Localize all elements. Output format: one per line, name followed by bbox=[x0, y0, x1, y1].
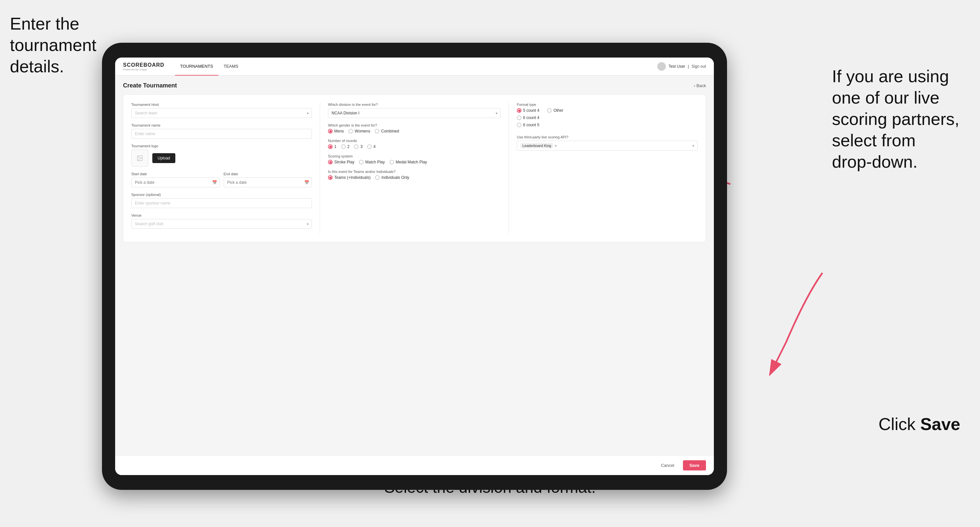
name-group: Tournament name bbox=[131, 123, 312, 139]
gender-womens[interactable]: Womens bbox=[348, 129, 370, 133]
start-date-input[interactable] bbox=[131, 178, 220, 187]
individuals-only-radio[interactable] bbox=[375, 175, 380, 180]
format-5count4-radio[interactable] bbox=[517, 108, 522, 113]
individuals-only[interactable]: Individuals Only bbox=[375, 175, 409, 180]
format-other-radio[interactable] bbox=[547, 108, 552, 113]
end-date-input[interactable] bbox=[224, 178, 312, 187]
annotation-br-prefix: Click bbox=[878, 414, 920, 433]
rounds-4[interactable]: 4 bbox=[367, 144, 376, 149]
gender-group: Which gender is the event for? Mens Wome… bbox=[328, 123, 501, 133]
rounds-2-radio[interactable] bbox=[341, 144, 346, 149]
live-scoring-select[interactable]: Leaderboard King ✕ ▾ bbox=[517, 141, 698, 151]
division-label: Which division is the event for? bbox=[328, 103, 501, 106]
page-header: Create Tournament ‹ Back bbox=[123, 82, 706, 89]
scoring-medal-match[interactable]: Medal Match Play bbox=[390, 160, 427, 164]
main-content: Create Tournament ‹ Back Tournament Host… bbox=[115, 76, 714, 456]
back-link[interactable]: ‹ Back bbox=[694, 83, 706, 88]
form-col-3: Format type 5 count 4 Other bbox=[509, 103, 698, 234]
signout-link[interactable]: Sign out bbox=[692, 64, 706, 69]
scoring-stroke-radio[interactable] bbox=[328, 160, 332, 164]
nav-item-tournaments[interactable]: TOURNAMENTS bbox=[175, 57, 218, 76]
format-6count5-radio[interactable] bbox=[517, 123, 522, 127]
teams-plus-radio[interactable] bbox=[328, 175, 332, 180]
live-scoring-chevron-icon: ▾ bbox=[692, 144, 694, 148]
rounds-3-radio[interactable] bbox=[354, 144, 359, 149]
gender-combined-label: Combined bbox=[381, 129, 399, 133]
navbar-logo-main: SCOREBOARD bbox=[123, 62, 164, 68]
save-button[interactable]: Save bbox=[683, 460, 706, 470]
tablet-device: SCOREBOARD Powered by Clippi TOURNAMENTS… bbox=[102, 43, 727, 490]
gender-womens-radio[interactable] bbox=[348, 129, 353, 133]
venue-group: Venue ▾ bbox=[131, 213, 312, 229]
sponsor-input[interactable] bbox=[131, 198, 312, 208]
user-name: Test User bbox=[668, 64, 685, 69]
dates-group: Start date 📅 End date bbox=[131, 172, 312, 187]
nav-item-teams[interactable]: TEAMS bbox=[218, 57, 244, 76]
end-date-wrapper: 📅 bbox=[224, 178, 312, 187]
logo-label: Tournament logo bbox=[131, 144, 312, 148]
form-grid: Tournament Host ▾ Tournament name Tourna bbox=[131, 103, 698, 234]
gender-mens[interactable]: Mens bbox=[328, 129, 344, 133]
name-label: Tournament name bbox=[131, 123, 312, 127]
rounds-1[interactable]: 1 bbox=[328, 144, 337, 149]
logo-placeholder bbox=[131, 149, 148, 167]
rounds-4-label: 4 bbox=[373, 144, 376, 149]
format-5count4[interactable]: 5 count 4 bbox=[517, 108, 539, 113]
sponsor-label: Sponsor (optional) bbox=[131, 193, 312, 197]
start-label: Start date bbox=[131, 172, 220, 176]
scoring-match-radio[interactable] bbox=[359, 160, 364, 164]
rounds-4-radio[interactable] bbox=[367, 144, 372, 149]
rounds-2[interactable]: 2 bbox=[341, 144, 350, 149]
scoring-match[interactable]: Match Play bbox=[359, 160, 385, 164]
teams-radio-group: Teams (+Individuals) Individuals Only bbox=[328, 175, 501, 180]
annotation-top-left: Enter the tournament details. bbox=[10, 13, 96, 77]
gender-womens-label: Womens bbox=[355, 129, 370, 133]
start-date-wrapper: 📅 bbox=[131, 178, 220, 187]
end-label: End date bbox=[224, 172, 312, 176]
annotation-bottom-right: Click Save bbox=[878, 414, 960, 435]
host-select-wrapper: ▾ bbox=[131, 108, 312, 118]
form-col-1: Tournament Host ▾ Tournament name Tourna bbox=[131, 103, 320, 234]
venue-select-wrapper: ▾ bbox=[131, 219, 312, 229]
scoring-medal-match-label: Medal Match Play bbox=[396, 160, 427, 164]
scoring-label: Scoring system bbox=[328, 154, 501, 158]
division-select[interactable]: NCAA Division I bbox=[328, 108, 501, 118]
cancel-button[interactable]: Cancel bbox=[655, 460, 679, 470]
format-6count4[interactable]: 6 count 4 bbox=[517, 115, 698, 120]
scoring-medal-match-radio[interactable] bbox=[390, 160, 394, 164]
live-scoring-clear-icon[interactable]: ✕ bbox=[554, 144, 557, 148]
format-row-1: 5 count 4 Other bbox=[517, 108, 698, 113]
scoring-radio-group: Stroke Play Match Play Medal Match Play bbox=[328, 160, 501, 164]
host-input[interactable] bbox=[131, 108, 312, 118]
rounds-label: Number of rounds bbox=[328, 139, 501, 143]
rounds-3[interactable]: 3 bbox=[354, 144, 363, 149]
gender-combined-radio[interactable] bbox=[375, 129, 379, 133]
format-6count5[interactable]: 6 count 5 bbox=[517, 123, 698, 127]
scoring-group: Scoring system Stroke Play Match Play bbox=[328, 154, 501, 164]
format-other[interactable]: Other bbox=[547, 108, 563, 113]
logo-group: Tournament logo Upload bbox=[131, 144, 312, 167]
scoring-stroke-label: Stroke Play bbox=[334, 160, 354, 164]
live-scoring-label: Use third-party live scoring API? bbox=[517, 135, 698, 139]
svg-point-2 bbox=[138, 157, 140, 158]
rounds-1-label: 1 bbox=[334, 144, 337, 149]
teams-plus-individuals[interactable]: Teams (+Individuals) bbox=[328, 175, 371, 180]
tablet-screen: SCOREBOARD Powered by Clippi TOURNAMENTS… bbox=[115, 57, 714, 475]
navbar-right: Test User | Sign out bbox=[657, 62, 706, 71]
sponsor-group: Sponsor (optional) bbox=[131, 193, 312, 208]
scoring-stroke[interactable]: Stroke Play bbox=[328, 160, 354, 164]
gender-combined[interactable]: Combined bbox=[375, 129, 399, 133]
annotation-top-right: If you are using one of our live scoring… bbox=[832, 66, 970, 173]
host-group: Tournament Host ▾ bbox=[131, 103, 312, 118]
upload-button[interactable]: Upload bbox=[152, 153, 175, 163]
rounds-1-radio[interactable] bbox=[328, 144, 332, 149]
form-container: Tournament Host ▾ Tournament name Tourna bbox=[123, 94, 706, 242]
format-other-label: Other bbox=[553, 108, 563, 113]
format-label: Format type bbox=[517, 103, 698, 106]
gender-mens-radio[interactable] bbox=[328, 129, 332, 133]
format-type-options: 5 count 4 Other 6 count 4 bbox=[517, 108, 698, 127]
venue-input[interactable] bbox=[131, 219, 312, 229]
gender-label: Which gender is the event for? bbox=[328, 123, 501, 127]
format-6count4-radio[interactable] bbox=[517, 115, 522, 120]
name-input[interactable] bbox=[131, 129, 312, 139]
